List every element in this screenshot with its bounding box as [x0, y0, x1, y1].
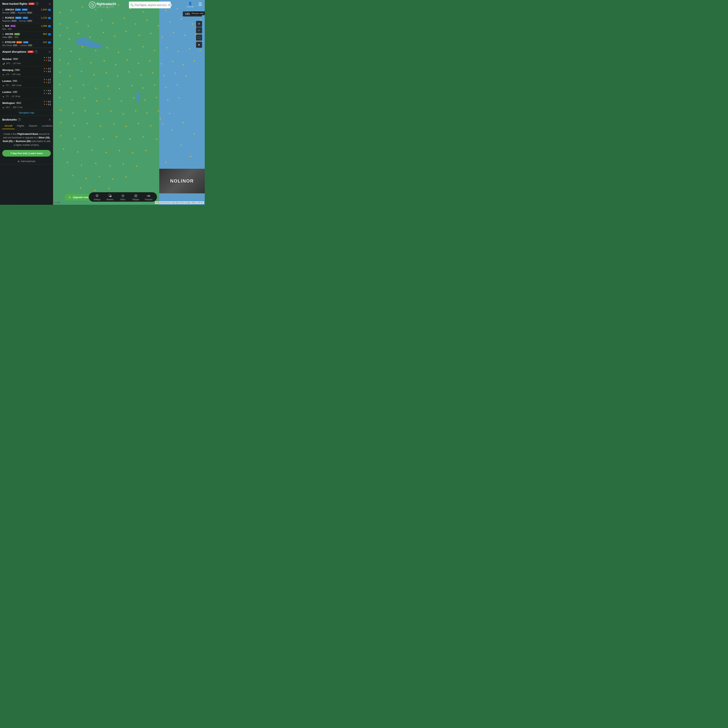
ad-text: NOLINOR — [170, 178, 194, 184]
toolbar-settings[interactable]: ⚙ Settings — [93, 193, 102, 200]
pax-icon-3: 👥 — [48, 24, 51, 27]
arr-dot-ywg: ● — [46, 70, 47, 72]
locate-button[interactable]: ➤ — [196, 42, 202, 48]
tab-flights[interactable]: Flights — [15, 123, 26, 129]
disruptions-collapse[interactable]: ∧ — [49, 50, 51, 54]
upgrade-label: Upgrade now — [73, 196, 88, 199]
temp-lhr: 7°C — [6, 95, 9, 98]
pax-icon-4: 👥 — [48, 33, 51, 35]
origin-1: Amman — [2, 12, 9, 14]
google-credit: Google — [54, 201, 61, 204]
upgrade-button[interactable]: ⚡ Upgrade now — [64, 194, 92, 200]
free-trial-button[interactable]: 7-day free trial | Learn more — [2, 150, 51, 157]
bookmarks-section: Bookmarks ? ∧ Aircraft Flights Airports … — [0, 116, 53, 164]
expand-map-button[interactable]: ⛶ — [196, 35, 202, 41]
weather-icon-lhr: ☁ — [2, 95, 4, 98]
zoom-out-button[interactable]: − — [196, 27, 202, 34]
search-icon: 🔍 — [130, 4, 133, 6]
rank-3: 3. — [2, 24, 4, 27]
login-label: LOG IN — [187, 6, 193, 8]
flight-row-3[interactable]: 3. N/A PA31 1,068 👥 N/A – N/A — [0, 23, 53, 32]
origin-5: Abu Dhabi — [2, 44, 12, 46]
plus-icon: ⊕ — [18, 160, 20, 163]
city-mumbai: Mumbai — [2, 58, 12, 60]
remove-ads-button[interactable]: Remove ads — [190, 11, 205, 15]
toolbar-filters[interactable]: ⊘ Filters — [118, 193, 127, 200]
ad-thumbnail: NOLINOR — [159, 169, 205, 193]
toolbar-widgets[interactable]: ⊞ Widgets — [131, 193, 140, 200]
bookmarks-tabs: Aircraft Flights Airports Locations — [0, 123, 53, 129]
disruption-wellington[interactable]: Wellington WLG ✈ ● 0.0 ✈ ● 5.0 — [0, 99, 53, 110]
dest-3: N/A — [8, 28, 11, 30]
flight-row-2[interactable]: 2. RJA815 RJ815 A321 1,216 👥 Baghdad BGW… — [0, 15, 53, 23]
count-3: 1,068 — [41, 24, 47, 27]
callsign-4: 4XCDE — [5, 33, 13, 35]
city-winnipeg: Winnipeg — [2, 69, 13, 72]
callsign-2: RJA815 — [5, 16, 14, 19]
weather-icon-stn: ☁ — [2, 84, 4, 86]
toolbar-weather[interactable]: 🌤 Weather — [106, 194, 115, 200]
logo-icon — [89, 2, 96, 8]
widgets-label: Widgets — [132, 199, 139, 200]
arr-score-stn: 3.7 — [48, 81, 51, 84]
badge-rj815: RJ815 — [15, 17, 21, 19]
disruption-london-stn[interactable]: London STN ✈ ● 2.5 ✈ ● 3.7 — [0, 77, 53, 88]
code-lhr: LHR — [12, 91, 18, 93]
dep-dot-stn: ● — [46, 78, 47, 81]
logo-text: flightradar24 LIVE AIR TRAFFIC — [96, 2, 116, 8]
city-wellington: Wellington — [2, 102, 15, 104]
flight-row-4[interactable]: 4. 4XCDE C172 960 👥 Haifa HFA – N/A — [0, 32, 53, 40]
toolbar-playback[interactable]: ⏮ Playback — [144, 194, 153, 200]
arr-score-ywg: 3.0 — [48, 70, 51, 73]
origin-2: Baghdad — [2, 20, 11, 22]
airport-disruptions-section: Airport disruptions LIVE ? ∧ Mumbai BOM … — [0, 48, 53, 116]
tab-locations[interactable]: Locations — [40, 123, 53, 129]
weather-icon-bom: 🌙 — [2, 63, 5, 64]
scale: 100 km — [197, 202, 203, 203]
bookmarks-collapse[interactable]: ∧ — [49, 118, 51, 121]
menu-button[interactable]: ☰ — [198, 2, 202, 7]
origin-4: Haifa — [2, 36, 7, 38]
search-kbd: ⌘/ — [168, 4, 171, 6]
dep-icon-ywg: ✈ — [44, 67, 45, 70]
weather-label: Weather — [106, 199, 113, 200]
dep-score-bom: 2.8 — [48, 57, 51, 59]
add-bookmark-button[interactable]: ⊕ Add bookmark — [0, 159, 53, 164]
dep-score-stn: 2.5 — [48, 78, 51, 81]
playback-label: Playback — [145, 199, 153, 200]
temp-bom: 24°C — [6, 63, 10, 64]
dest-2: Amman — [19, 20, 26, 22]
settings-label: Settings — [94, 199, 101, 200]
code-ywg: YWG — [14, 69, 20, 71]
dep-score-ywg: 3.3 — [48, 67, 51, 70]
origin-3: N/A — [2, 28, 6, 30]
disruption-winnipeg[interactable]: Winnipeg YWG ✈ ● 3.3 ✈ ● 3.0 — [0, 66, 53, 77]
bottom-toolbar: ⚙ Settings 🌤 Weather ⊘ Filters ⊞ Widgets… — [89, 192, 157, 202]
keyboard-shortcuts[interactable]: Keyboard shortcuts — [156, 202, 171, 203]
ad-image: NOLINOR — [159, 169, 205, 193]
dest-code-5: LHR — [28, 44, 32, 46]
bookmarks-help[interactable]: ? — [18, 118, 21, 121]
dep-score-wlg: 0.0 — [48, 101, 51, 103]
arr-dot-lhr: ● — [46, 92, 47, 95]
zoom-in-button[interactable]: + — [196, 21, 202, 27]
tab-airports[interactable]: Airports — [26, 123, 40, 129]
flight-row-5[interactable]: 5. ETD1VW EY67 A388 432 👥 Abu Dhabi AUH … — [0, 40, 53, 48]
count-2: 1,216 — [41, 16, 47, 19]
logo-area: flightradar24 LIVE AIR TRAFFIC — [89, 2, 116, 8]
badge-ey67-5: EY67 — [16, 41, 22, 43]
disruptions-help[interactable]: ? — [35, 50, 38, 53]
disruption-map-link[interactable]: Disruption map — [0, 110, 53, 116]
user-login-area[interactable]: 👤 LOG IN — [187, 2, 193, 8]
add-bookmark-label: Add bookmark — [21, 160, 35, 163]
search-bar[interactable]: 🔍 ⌘/ — [129, 2, 171, 8]
temp-ywg: -2°C — [6, 73, 9, 75]
disruptions-live-badge: LIVE — [28, 50, 34, 53]
code-stn: STN — [12, 80, 18, 82]
dest-1: Baghdad — [18, 12, 26, 14]
disruption-london-lhr[interactable]: London LHR ✈ ● 0.9 ✈ ● 4.4 — [0, 88, 53, 99]
search-input[interactable] — [135, 4, 167, 6]
tab-aircraft[interactable]: Aircraft — [2, 123, 15, 129]
disruption-mumbai[interactable]: Mumbai BOM ✈ ● 2.8 ✈ ● 3.8 — [0, 55, 53, 66]
code-bom: BOM — [12, 58, 18, 60]
